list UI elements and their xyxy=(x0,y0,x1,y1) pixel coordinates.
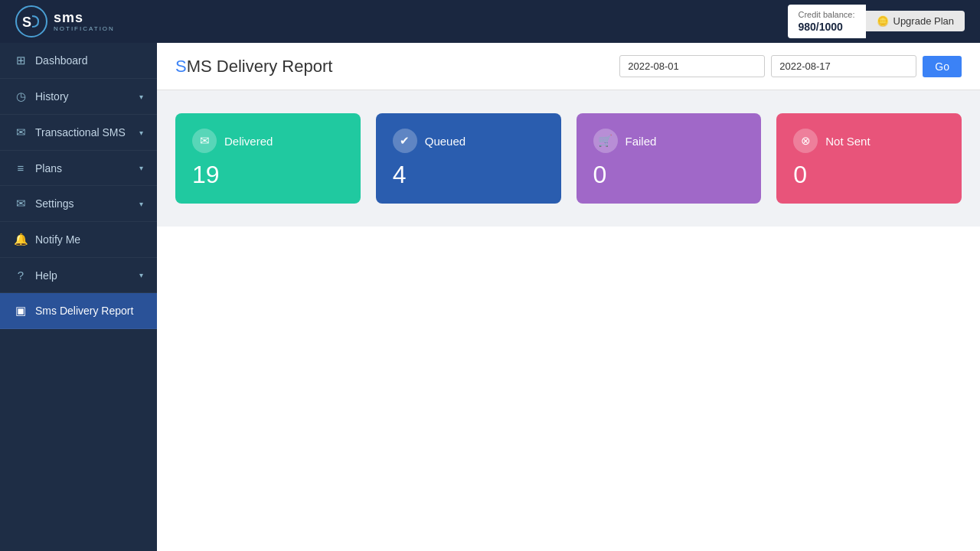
sidebar-item-transactional-sms[interactable]: ✉ Transactional SMS ▾ xyxy=(0,115,157,151)
page-title: SMS Delivery Report xyxy=(175,57,332,77)
sidebar-item-settings[interactable]: ✉ Settings ▾ xyxy=(0,186,157,222)
sidebar-item-plans[interactable]: ≡ Plans ▾ xyxy=(0,151,157,186)
sidebar-item-dashboard[interactable]: ⊞ Dashboard xyxy=(0,43,157,79)
help-icon: ? xyxy=(14,269,28,282)
transactional-icon: ✉ xyxy=(14,126,28,139)
delivery-report-icon: ▣ xyxy=(14,304,28,318)
upgrade-plan-button[interactable]: 🪙 Upgrade Plan xyxy=(866,11,965,31)
sidebar-item-label: Notify Me xyxy=(35,233,80,246)
sidebar-item-label: Plans xyxy=(35,162,62,174)
sidebar-item-sms-delivery-report[interactable]: ▣ Sms Delivery Report xyxy=(0,293,157,329)
delivered-value: 19 xyxy=(192,162,344,187)
queued-icon: ✔ xyxy=(393,129,417,153)
sidebar: ⊞ Dashboard ◷ History ▾ ✉ Transactional … xyxy=(0,43,157,551)
title-rest: MS Delivery Report xyxy=(187,57,333,76)
failed-label: Failed xyxy=(626,135,657,148)
failed-value: 0 xyxy=(593,162,745,187)
date-filter: Go xyxy=(619,55,962,77)
chevron-icon: ▾ xyxy=(139,129,143,137)
upgrade-icon: 🪙 xyxy=(877,15,889,27)
queued-value: 4 xyxy=(393,162,544,187)
page-header: SMS Delivery Report Go xyxy=(157,43,980,90)
logo-sms-label: sms xyxy=(54,11,115,26)
stats-grid: ✉ Delivered 19 ✔ Queued 4 xyxy=(175,113,962,204)
dashboard-icon: ⊞ xyxy=(14,54,28,67)
sidebar-item-notify-me[interactable]: 🔔 Notify Me xyxy=(0,222,157,258)
failed-icon: 🛒 xyxy=(593,129,618,153)
svg-text:S: S xyxy=(22,15,31,30)
sidebar-item-label: Transactional SMS xyxy=(35,126,126,139)
sidebar-item-label: Sms Delivery Report xyxy=(35,305,133,317)
logo: S sms NOTIFICATION xyxy=(15,5,115,37)
upgrade-label: Upgrade Plan xyxy=(893,15,955,27)
sidebar-item-label: Dashboard xyxy=(35,54,88,67)
delivered-label: Delivered xyxy=(224,135,273,148)
chevron-icon: ▾ xyxy=(139,93,143,101)
sidebar-item-label: Help xyxy=(35,269,57,282)
sidebar-item-label: Settings xyxy=(35,197,74,210)
sidebar-item-help[interactable]: ? Help ▾ xyxy=(0,258,157,293)
sidebar-item-label: History xyxy=(35,90,69,103)
logo-icon: S xyxy=(15,5,47,37)
stat-card-delivered: ✉ Delivered 19 xyxy=(175,113,361,204)
stats-panel: ✉ Delivered 19 ✔ Queued 4 xyxy=(157,90,980,551)
plans-icon: ≡ xyxy=(14,161,28,174)
chevron-icon: ▾ xyxy=(139,164,143,172)
title-s: S xyxy=(175,57,187,76)
logo-notification-label: NOTIFICATION xyxy=(54,26,115,33)
delivered-icon: ✉ xyxy=(192,129,217,153)
logo-text: sms NOTIFICATION xyxy=(54,11,115,33)
not-sent-icon: ⊗ xyxy=(793,129,818,153)
stats-area: ✉ Delivered 19 ✔ Queued 4 xyxy=(157,90,980,227)
date-from-input[interactable] xyxy=(619,55,765,77)
sidebar-item-history[interactable]: ◷ History ▾ xyxy=(0,79,157,115)
content-area: SMS Delivery Report Go ✉ Delivered xyxy=(157,43,980,551)
credit-value: 980/1000 xyxy=(799,20,855,34)
credit-label: Credit balance: xyxy=(799,9,855,20)
credit-balance-box: Credit balance: 980/1000 xyxy=(788,5,866,38)
chevron-icon: ▾ xyxy=(139,200,143,208)
stat-card-not-sent: ⊗ Not Sent 0 xyxy=(776,113,962,204)
history-icon: ◷ xyxy=(14,90,28,103)
topbar-right: Credit balance: 980/1000 🪙 Upgrade Plan xyxy=(788,5,965,38)
stat-card-failed: 🛒 Failed 0 xyxy=(577,113,762,204)
notify-icon: 🔔 xyxy=(14,233,28,246)
go-button[interactable]: Go xyxy=(923,56,962,77)
not-sent-label: Not Sent xyxy=(825,135,870,148)
main-layout: ⊞ Dashboard ◷ History ▾ ✉ Transactional … xyxy=(0,43,980,551)
settings-icon: ✉ xyxy=(14,197,28,210)
date-to-input[interactable] xyxy=(771,55,916,77)
queued-label: Queued xyxy=(425,135,466,148)
topbar: S sms NOTIFICATION Credit balance: 980/1… xyxy=(0,0,980,43)
not-sent-value: 0 xyxy=(793,162,945,187)
chevron-icon: ▾ xyxy=(139,271,143,279)
stat-card-queued: ✔ Queued 4 xyxy=(376,113,561,204)
